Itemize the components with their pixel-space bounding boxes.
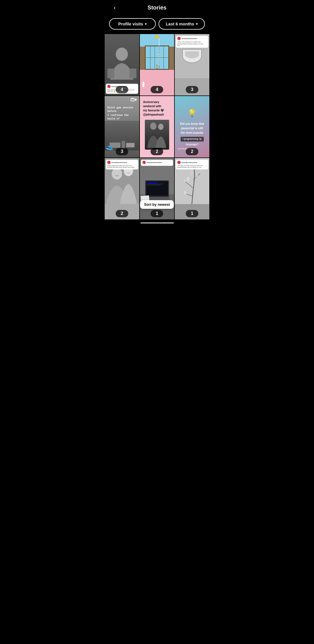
svg-point-4 (158, 124, 163, 130)
time-range-chevron: ▾ (196, 22, 198, 26)
svg-rect-1 (107, 69, 114, 78)
story-cell-4[interactable]: Quick gym session beforeI continue the b… (105, 96, 139, 157)
story-count-7: 2 (116, 210, 128, 217)
svg-rect-15 (147, 185, 161, 185)
back-icon: ‹ (114, 4, 116, 11)
story-count-3: 3 (186, 86, 198, 93)
back-button[interactable]: ‹ (110, 3, 119, 12)
profile-visits-chevron: ▾ (145, 22, 147, 26)
story-cell-6[interactable]: 💡 Did you know thatjavascript is stillth… (175, 96, 209, 157)
story-count-2: 4 (151, 86, 163, 93)
story-cell-8[interactable]: sineadmaraisonline Sort by newest 1 (140, 158, 174, 219)
svg-point-6 (112, 168, 122, 179)
story-count-8: 1 (151, 210, 163, 217)
sort-tooltip: Sort by newest (140, 200, 174, 209)
story-cell-5[interactable]: Anniversary weekend withmy favourite 🖤@j… (140, 96, 174, 157)
svg-point-21 (187, 177, 190, 181)
svg-point-20 (190, 170, 194, 175)
filter-bar: Profile visits ▾ Last 6 months ▾ (105, 15, 209, 34)
svg-rect-14 (147, 184, 164, 184)
svg-point-25 (200, 170, 202, 174)
story-cell-9[interactable]: sineadmaraisonline I am back to it after… (175, 158, 209, 219)
svg-point-0 (116, 47, 128, 61)
time-range-filter[interactable]: Last 6 months ▾ (159, 18, 205, 30)
story-count-1: 4 (116, 86, 128, 93)
svg-point-22 (196, 173, 198, 178)
stories-grid: sineadmaraisonline Behind the account! I… (105, 34, 209, 219)
svg-rect-13 (147, 182, 158, 183)
story-cell-7[interactable]: 🎄 sineadmaraisonline Happy international… (105, 158, 139, 219)
svg-rect-2 (130, 69, 136, 78)
svg-point-3 (150, 123, 156, 130)
story-count-4: 3 (116, 148, 128, 155)
svg-point-23 (183, 179, 186, 183)
profile-visits-filter[interactable]: Profile visits ▾ (109, 18, 156, 30)
story-count-9: 1 (186, 210, 198, 217)
story-cell-1[interactable]: sineadmaraisonline Behind the account! I… (105, 34, 139, 95)
header: ‹ Stories (105, 0, 209, 15)
story-cell-3[interactable]: sineadmaraisonline Today I will creating… (175, 34, 209, 95)
story-count-6: 2 (186, 148, 198, 155)
time-range-label: Last 6 months (166, 21, 194, 26)
svg-point-24 (184, 191, 187, 195)
home-indicator (105, 219, 209, 226)
page-title: Stories (148, 4, 167, 11)
profile-visits-label: Profile visits (118, 21, 143, 26)
story-cell-2[interactable]: ☀️ (140, 34, 174, 95)
svg-rect-12 (146, 181, 168, 196)
home-bar (140, 222, 174, 224)
story-count-5: 2 (151, 148, 163, 155)
